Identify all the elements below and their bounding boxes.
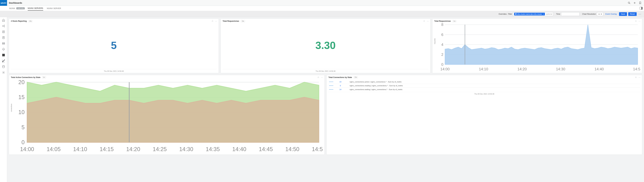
legend-swatch [329, 85, 333, 86]
svg-rect-8 [600, 14, 600, 14]
svg-text:14:25: 14:25 [153, 146, 167, 152]
svg-text:14:05: 14:05 [46, 146, 61, 152]
svg-point-10 [4, 25, 4, 25]
rps-timestamp: Thu 09 Dec 2021 14:56:40 [222, 69, 428, 72]
alerts-icon[interactable] [2, 48, 5, 51]
interval-badge: 10s [28, 20, 32, 22]
rps-value: 3.30 [222, 22, 428, 68]
svg-rect-17 [2, 44, 4, 44]
sidepanel-toggle-icon[interactable] [640, 7, 642, 10]
bell-icon[interactable] [423, 20, 425, 22]
interval-badge: 1m [452, 20, 456, 22]
overrides-label: Overrides: [499, 13, 507, 15]
svg-point-23 [3, 72, 4, 73]
bell-icon[interactable] [212, 20, 214, 22]
settings-icon[interactable] [2, 71, 5, 74]
filter-chip-remove-icon[interactable]: × [543, 13, 544, 15]
splunk-logo[interactable]: splunk> [0, 0, 7, 6]
tab-nginx-servers[interactable]: NGINX SERVERS [28, 6, 43, 10]
apm-icon[interactable] [2, 30, 5, 33]
legend-value: 19 [336, 81, 345, 83]
svg-rect-18 [2, 54, 3, 55]
svg-text:15: 15 [18, 94, 25, 100]
dimension-icon [515, 13, 517, 15]
svg-text:14:45: 14:45 [259, 146, 273, 152]
panel-active-connections: Total Active Connections by State 1m ⋯ c… [9, 75, 324, 155]
home-icon[interactable] [2, 19, 5, 22]
svg-rect-5 [516, 14, 516, 14]
svg-point-11 [4, 26, 4, 27]
svg-rect-12 [2, 36, 4, 39]
panel-title: Total Active Connections by State [11, 76, 40, 78]
tab-nginx-server[interactable]: NGINX SERVER [47, 6, 61, 10]
svg-text:8: 8 [441, 22, 443, 27]
svg-text:14:35: 14:35 [206, 146, 220, 152]
reset-button[interactable]: Reset [628, 12, 637, 16]
search-icon[interactable] [628, 1, 630, 4]
legend-swatch [329, 82, 333, 82]
event-overlay-link[interactable]: Event Overlay [606, 13, 617, 15]
time-input[interactable] [561, 12, 580, 16]
time-label: Time [556, 13, 560, 15]
svg-rect-16 [2, 42, 4, 43]
y-axis-label: requests [434, 38, 436, 44]
more-menu-icon[interactable]: ⋯ [638, 12, 642, 16]
legend-row[interactable]: 19 nginx_connections.active | nginx_conn… [328, 80, 640, 84]
svg-text:14:15: 14:15 [100, 146, 114, 152]
save-button[interactable]: Save [619, 12, 627, 16]
metrics-icon[interactable] [2, 59, 5, 62]
svg-text:14:00: 14:00 [440, 67, 450, 71]
panel-requests-per-sec: Total Requests/sec 10s ⋯ 3.30 Thu 09 Dec… [220, 19, 430, 73]
data-icon[interactable] [2, 65, 5, 68]
connections-area-chart[interactable]: 0510152014:0014:0514:1014:1514:2014:2514… [11, 78, 322, 154]
svg-rect-21 [4, 55, 4, 56]
logs-icon[interactable] [2, 36, 5, 39]
rps-line-chart[interactable]: 0246814:0014:1014:2014:3014:4014:50 [434, 22, 640, 72]
bell-icon[interactable] [635, 20, 637, 22]
filter-chip[interactable]: k8s.cluster.name:qlvv-k3s-cluster × [514, 13, 545, 15]
svg-point-9 [2, 26, 3, 26]
legend-swatch [329, 89, 333, 90]
bell-icon[interactable] [317, 76, 320, 78]
panel-menu-icon[interactable]: ⋯ [638, 76, 640, 79]
svg-text:4: 4 [441, 42, 443, 47]
legend-row[interactable]: 0 nginx_connections.reading | nginx_conn… [328, 84, 640, 88]
panel-menu-icon[interactable]: ⋯ [215, 20, 217, 22]
infra-icon[interactable] [2, 42, 5, 45]
panel-menu-icon[interactable]: ⋯ [321, 76, 323, 79]
tab-nginx[interactable]: NGINX [9, 6, 15, 10]
network-icon[interactable] [2, 24, 5, 27]
topbar-actions [628, 1, 644, 4]
resolution-icon [598, 13, 600, 15]
dashboards-icon[interactable] [2, 53, 5, 57]
svg-text:6: 6 [441, 32, 443, 36]
svg-text:14:10: 14:10 [73, 146, 87, 152]
hosts-value: 5 [11, 22, 217, 68]
topbar: splunk> Dashboards [0, 0, 644, 6]
svg-text:0: 0 [441, 62, 443, 66]
overrides-bar: Overrides: Filter k8s.cluster.name:qlvv-… [0, 11, 644, 17]
panel-menu-icon[interactable]: ⋯ [638, 20, 640, 22]
svg-point-22 [2, 66, 4, 66]
filter-label: Filter [508, 13, 512, 15]
plus-icon[interactable] [633, 1, 636, 4]
panel-menu-icon[interactable]: ⋯ [427, 20, 429, 22]
panel-hosts-reporting: # Hosts Reporting 10s ⋯ 5 Thu 09 Dec 202… [9, 19, 219, 73]
svg-text:10: 10 [18, 109, 25, 115]
svg-text:14:30: 14:30 [179, 146, 193, 152]
chart-resolution-select[interactable]: ▾ [597, 12, 603, 16]
svg-text:14:40: 14:40 [594, 67, 604, 71]
svg-text:14:55: 14:55 [312, 146, 322, 152]
readonly-badge: read-only [16, 7, 25, 9]
bell-icon[interactable] [635, 76, 637, 78]
svg-point-0 [628, 2, 630, 3]
svg-text:20: 20 [18, 79, 25, 85]
legend-desc: nginx_connections.reading | nginx_connec… [350, 85, 640, 87]
filter-input[interactable]: k8s.cluster.name:qlvv-k3s-cluster × opti… [513, 12, 553, 16]
legend-row[interactable]: 14 nginx_connections.waiting | nginx_con… [328, 88, 640, 91]
svg-text:14:50: 14:50 [286, 146, 300, 152]
bookmark-icon[interactable] [639, 1, 642, 4]
svg-rect-20 [2, 55, 3, 56]
legend-value: 14 [336, 89, 345, 90]
interval-badge: 10s [354, 76, 358, 78]
